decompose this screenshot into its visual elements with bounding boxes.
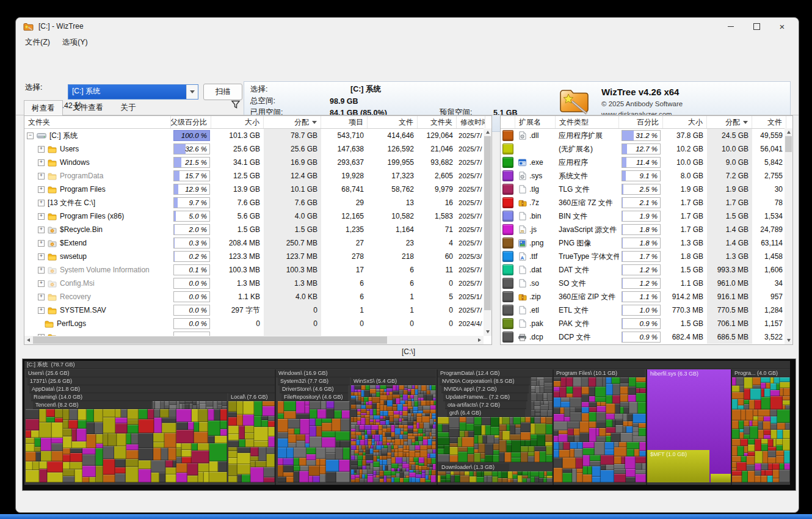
table-row[interactable]: .binBIN 文件1.9 %1.7 GB1.5 GB1,534 xyxy=(501,209,792,223)
table-row[interactable]: .zip360压缩 ZIP 文件1.1 %914.2 MB916.1 MB957 xyxy=(501,290,792,303)
table-row[interactable]: .exe应用程序11.4 %10.0 GB9.0 GB5,842 xyxy=(501,156,792,169)
extension-color-swatch xyxy=(502,197,513,208)
scrollbar-thumb[interactable] xyxy=(484,136,491,310)
table-row[interactable]: .7z360压缩 7Z 文件2.1 %1.7 GB1.7 GB78 xyxy=(501,196,792,209)
drive-combobox[interactable]: [C:] 系统 xyxy=(68,84,198,100)
expand-expander[interactable]: + xyxy=(38,294,45,300)
tab-about[interactable]: 关于 xyxy=(113,100,143,115)
extension-name: .etl xyxy=(529,306,539,314)
table-row[interactable]: +Windows21.5 %34.1 GB16.9 GB293,637199,9… xyxy=(24,156,491,169)
expand-expander[interactable]: + xyxy=(38,146,45,153)
table-row[interactable]: + xyxy=(24,330,491,336)
folder-name-cell: +$Recycle.Bin xyxy=(24,223,171,236)
column-header-allocated[interactable]: 分配 xyxy=(707,116,752,128)
expand-expander[interactable]: + xyxy=(38,159,45,166)
expand-expander[interactable]: + xyxy=(38,227,45,233)
column-header-files[interactable]: 文件 xyxy=(368,116,418,128)
table-row[interactable]: .pakPAK 文件0.9 %1.5 GB706.1 MB1,157 xyxy=(501,317,792,330)
column-header-parent-percent[interactable]: 父级百分比 xyxy=(171,116,211,128)
table-row[interactable]: +Config.Msi0.0 %1.3 MB1.3 MB6602025/7/ xyxy=(24,277,491,290)
table-row[interactable]: .dll应用程序扩展31.2 %37.8 GB24.5 GB49,559 xyxy=(501,129,792,142)
table-row[interactable]: (无扩展名)12.7 %10.2 GB10.0 GB56,041 xyxy=(501,142,792,156)
percent-value: 1.2 % xyxy=(640,265,658,275)
table-row[interactable]: A.ttfTrueType 字体文件1.7 %1.8 GB1.3 GB1,458 xyxy=(501,250,792,263)
expand-expander[interactable]: + xyxy=(38,280,45,287)
expand-expander[interactable]: + xyxy=(38,213,45,220)
expand-expander[interactable]: + xyxy=(38,240,45,247)
table-row[interactable]: +Program Files12.9 %13.9 GB10.1 GB68,741… xyxy=(24,183,491,196)
extension-vertical-scrollbar[interactable] xyxy=(785,128,792,344)
table-row[interactable]: PerfLogs0.0 %000002024/4/ xyxy=(24,317,491,330)
table-row[interactable]: .soSO 文件1.2 %1.1 GB961.0 MB34 xyxy=(501,277,792,290)
expand-expander[interactable]: + xyxy=(38,253,45,260)
table-row[interactable]: +Users32.6 %25.6 GB25.6 GB147,638126,592… xyxy=(24,142,491,156)
expand-expander[interactable]: + xyxy=(38,200,45,206)
scroll-down-arrow[interactable] xyxy=(484,328,491,336)
expand-expander[interactable]: + xyxy=(38,307,45,314)
tree-horizontal-scrollbar[interactable] xyxy=(24,336,484,344)
column-header-items[interactable]: 项目 xyxy=(321,116,368,128)
maximize-button[interactable] xyxy=(744,18,769,35)
table-row[interactable]: .etlETL 文件1.0 %770.3 MB770.5 MB1,284 xyxy=(501,303,792,317)
expand-expander[interactable]: + xyxy=(38,186,45,193)
sort-descending-icon xyxy=(312,121,317,124)
table-row[interactable]: +ProgramData15.7 %12.5 GB12.4 GB19,92817… xyxy=(24,169,491,183)
size-cell: 34.1 GB xyxy=(211,156,264,169)
scroll-down-arrow[interactable] xyxy=(785,336,792,344)
tree-vertical-scrollbar[interactable] xyxy=(484,128,491,336)
close-button[interactable]: × xyxy=(769,18,795,35)
table-row[interactable]: +swsetup0.2 %123.3 MB123.7 MB27821860202… xyxy=(24,250,491,263)
column-header-percent[interactable]: 百分比 xyxy=(619,116,663,128)
treemap-canvas[interactable] xyxy=(24,361,790,485)
size-cell: 123.3 MB xyxy=(211,250,264,263)
column-header-extension[interactable]: 扩展名 xyxy=(515,116,556,128)
table-row[interactable]: .tlgTLG 文件2.5 %1.9 GB1.9 GB30 xyxy=(501,183,792,196)
column-header-folders[interactable]: 文件夹 xyxy=(418,116,457,128)
column-header-folder[interactable]: 文件夹 xyxy=(24,116,171,128)
expand-expander[interactable]: + xyxy=(38,267,45,274)
table-row[interactable]: .dcpDCP 文件0.9 %682.4 MB686.5 MB3,522 xyxy=(501,330,792,344)
table-row[interactable]: .pngPNG 图像1.8 %1.3 GB1.4 GB63,114 xyxy=(501,236,792,250)
tab-tree-view[interactable]: 树查看 xyxy=(24,100,63,117)
table-row[interactable]: +Program Files (x86)5.0 %5.6 GB4.0 GB12,… xyxy=(24,209,491,223)
table-row[interactable]: +Recovery0.0 %1.1 KB4.0 KB6152025/1/ xyxy=(24,290,491,303)
scroll-up-arrow[interactable] xyxy=(785,128,792,136)
scan-button[interactable]: 扫描 xyxy=(203,84,242,100)
table-row[interactable]: +System Volume Information0.1 %100.3 MB1… xyxy=(24,263,491,277)
table-row[interactable]: .sys系统文件9.1 %8.0 GB7.2 GB2,755 xyxy=(501,169,792,183)
table-row[interactable]: +[13 文件在 C:\]9.7 %7.6 GB7.6 GB2913162025… xyxy=(24,196,491,209)
collapse-expander[interactable]: − xyxy=(27,132,34,139)
scrollbar-thumb[interactable] xyxy=(785,136,792,152)
column-header-color[interactable] xyxy=(501,116,515,128)
files-cell: 3,522 xyxy=(752,330,786,344)
column-header-allocated[interactable]: 分配 xyxy=(264,116,321,128)
tab-file-view[interactable]: 文件查看 xyxy=(65,100,111,115)
chevron-down-icon[interactable] xyxy=(186,85,198,99)
table-row[interactable]: +$Recycle.Bin2.0 %1.5 GB1.5 GB1,2351,164… xyxy=(24,223,491,236)
scroll-right-arrow[interactable] xyxy=(476,336,484,344)
column-header-modified[interactable]: 修改时间 xyxy=(457,116,485,128)
scrollbar-thumb[interactable] xyxy=(33,336,387,344)
minimize-button[interactable] xyxy=(718,18,744,35)
table-row[interactable]: .datDAT 文件1.2 %1.5 GB993.3 MB1,606 xyxy=(501,263,792,277)
allocated-cell: 706.1 MB xyxy=(707,317,752,330)
column-header-filetype[interactable]: 文件类型 xyxy=(556,116,619,128)
menu-file[interactable]: 文件(Z) xyxy=(19,37,56,48)
folder-name: ProgramData xyxy=(60,172,103,180)
items-cell: 12,165 xyxy=(321,209,368,223)
percent-value: 0.0 % xyxy=(189,305,207,315)
column-header-files[interactable]: 文件 xyxy=(752,116,786,128)
table-row[interactable]: JS.jsJavaScript 源文件1.8 %1.7 GB1.4 GB24,7… xyxy=(501,223,792,236)
table-row[interactable]: +SYSTEM.SAV0.0 %297 字节01102025/7/ xyxy=(24,303,491,317)
table-row[interactable]: +$Extend0.3 %208.4 MB250.7 MB272342025/7… xyxy=(24,236,491,250)
column-header-size[interactable]: 大小 xyxy=(211,116,264,128)
expand-expander[interactable]: + xyxy=(38,173,45,180)
column-header-size[interactable]: 大小 xyxy=(663,116,707,128)
size-cell: 25.6 GB xyxy=(211,142,264,156)
percent-cell: 1.8 % xyxy=(619,223,663,236)
scroll-left-arrow[interactable] xyxy=(24,336,32,344)
menu-options[interactable]: 选项(Y) xyxy=(56,37,94,48)
percent-cell: 2.1 % xyxy=(619,196,663,209)
scroll-up-arrow[interactable] xyxy=(484,128,491,136)
table-row[interactable]: −[C:] 系统100.0 %101.3 GB78.7 GB543,710414… xyxy=(24,129,491,142)
